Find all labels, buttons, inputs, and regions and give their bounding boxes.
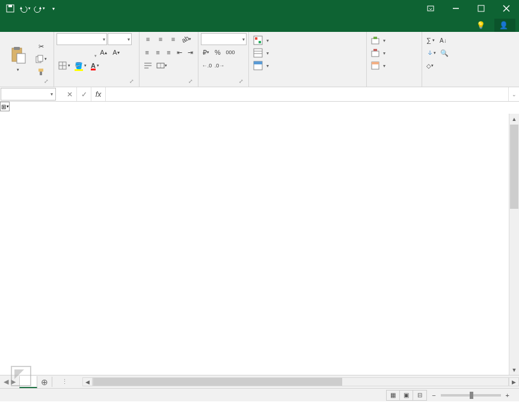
increase-indent-button[interactable]: ⇥: [185, 46, 195, 58]
status-bar: ▦ ▣ ⊟ − +: [0, 388, 519, 401]
bulb-icon: 💡: [476, 21, 485, 29]
format-as-table-button[interactable]: ▾: [251, 47, 364, 59]
formula-input[interactable]: [106, 87, 508, 101]
scroll-up-button[interactable]: ▲: [509, 114, 519, 124]
scrollbar-thumb[interactable]: [93, 378, 342, 386]
fill-button[interactable]: ▾: [425, 47, 438, 59]
wrap-text-button[interactable]: [142, 60, 154, 72]
insert-function-button[interactable]: fx: [91, 87, 106, 101]
insert-icon: [371, 36, 379, 45]
zoom-out-button[interactable]: −: [432, 392, 435, 399]
view-buttons: ▦ ▣ ⊟: [386, 390, 427, 401]
cut-button[interactable]: ✂: [35, 40, 47, 52]
italic-button[interactable]: [69, 46, 81, 58]
sheet-nav-prev-button[interactable]: ◀: [4, 378, 8, 386]
borders-icon: [58, 61, 67, 70]
copy-button[interactable]: ▾: [35, 53, 47, 65]
conditional-formatting-button[interactable]: ▾: [251, 34, 364, 46]
name-box[interactable]: ▾: [1, 88, 56, 100]
orientation-button[interactable]: ab▾: [180, 33, 193, 45]
bold-button[interactable]: [57, 46, 69, 58]
insert-cells-button[interactable]: ▾: [369, 34, 419, 46]
svg-rect-11: [38, 55, 43, 61]
scrollbar-thumb[interactable]: [510, 125, 518, 209]
autofill-options-button[interactable]: ⊞▾: [0, 102, 10, 111]
page-break-view-button[interactable]: ⊟: [413, 391, 426, 400]
scroll-down-button[interactable]: ▼: [509, 365, 519, 375]
format-painter-button[interactable]: [35, 66, 47, 78]
accounting-format-button[interactable]: ₽▾: [201, 46, 211, 58]
decrease-font-button[interactable]: A▾: [110, 46, 122, 58]
zoom-in-button[interactable]: +: [506, 392, 509, 399]
clear-button[interactable]: ◇▾: [425, 60, 435, 72]
undo-button[interactable]: ▾: [18, 2, 31, 15]
scroll-left-button[interactable]: ◀: [82, 377, 93, 386]
number-format-combo[interactable]: ▾: [201, 33, 247, 45]
new-sheet-button[interactable]: ⊕: [37, 375, 52, 388]
svg-rect-25: [254, 49, 262, 57]
decrease-indent-button[interactable]: ⇤: [174, 46, 185, 58]
sort-filter-button[interactable]: A↓: [437, 34, 449, 46]
increase-decimal-button[interactable]: ←.0: [201, 60, 213, 72]
delete-cells-button[interactable]: ▾: [369, 47, 419, 59]
vertical-scrollbar[interactable]: ▲ ▼: [509, 114, 519, 375]
font-color-button[interactable]: A▾: [89, 60, 101, 72]
decrease-decimal-button[interactable]: .0→: [213, 60, 226, 72]
font-name-combo[interactable]: ▾: [57, 33, 107, 45]
zoom-slider[interactable]: [441, 394, 501, 397]
redo-button[interactable]: ▾: [32, 2, 46, 15]
scroll-right-button[interactable]: ▶: [509, 377, 519, 386]
eraser-icon: ◇: [426, 63, 431, 69]
normal-view-button[interactable]: ▦: [387, 391, 400, 400]
svg-rect-8: [14, 47, 20, 50]
quick-access-toolbar: ▾ ▾ ▾: [0, 2, 60, 15]
align-center-button[interactable]: ≡: [153, 46, 163, 58]
sheet-tab[interactable]: [19, 376, 37, 388]
ribbon-group-font: ▾ ▾ ▾ A▴ A▾ ▾ 🪣▾ A▾ ⤢: [54, 32, 140, 87]
sheet-tab-bar: ◀ ▶ ⊕ ⋮ ◀ ▶: [0, 375, 519, 388]
dialog-launcher-icon[interactable]: ⤢: [128, 78, 135, 85]
svg-rect-31: [373, 37, 377, 39]
page-layout-view-button[interactable]: ▣: [400, 391, 413, 400]
underline-button[interactable]: [82, 46, 94, 58]
increase-font-button[interactable]: A▴: [97, 46, 109, 58]
ribbon: ▾ ✂ ▾ ⤢ ▾ ▾ ▾ A▴ A▾ ▾: [0, 32, 519, 87]
ribbon-options-button[interactable]: [418, 0, 443, 17]
cancel-formula-button[interactable]: ✕: [63, 87, 77, 101]
svg-rect-29: [254, 61, 262, 64]
font-size-combo[interactable]: ▾: [108, 33, 132, 45]
merge-button[interactable]: ▾: [155, 60, 169, 72]
dialog-launcher-icon[interactable]: ⤢: [43, 78, 50, 85]
paste-button[interactable]: ▾: [2, 33, 34, 85]
dialog-launcher-icon[interactable]: ⤢: [238, 78, 245, 85]
find-button[interactable]: 🔍: [438, 47, 450, 59]
dialog-launcher-icon[interactable]: ⤢: [187, 78, 194, 85]
save-button[interactable]: [4, 2, 17, 15]
maximize-button[interactable]: [468, 0, 494, 17]
qat-customize-button[interactable]: ▾: [47, 2, 60, 15]
svg-rect-24: [259, 41, 261, 43]
minimize-button[interactable]: [443, 0, 468, 17]
cell-styles-button[interactable]: ▾: [251, 60, 364, 72]
tell-me-button[interactable]: 💡: [476, 21, 487, 29]
borders-button[interactable]: ▾: [57, 60, 72, 72]
share-button[interactable]: 👤: [494, 19, 515, 32]
autosum-button[interactable]: ∑▾: [425, 34, 437, 46]
svg-rect-35: [372, 62, 379, 64]
align-top-button[interactable]: ≡: [142, 33, 154, 45]
align-right-button[interactable]: ≡: [164, 46, 174, 58]
horizontal-scrollbar[interactable]: ◀ ▶: [82, 375, 519, 388]
table-icon: [253, 48, 263, 58]
align-bottom-button[interactable]: ≡: [167, 33, 179, 45]
enter-formula-button[interactable]: ✓: [77, 87, 91, 101]
percent-button[interactable]: %: [212, 46, 224, 58]
align-left-button[interactable]: ≡: [142, 46, 152, 58]
close-button[interactable]: [494, 0, 519, 17]
align-middle-button[interactable]: ≡: [155, 33, 167, 45]
expand-formula-bar-button[interactable]: ⌄: [508, 87, 519, 101]
format-cells-button[interactable]: ▾: [369, 60, 419, 72]
fill-color-button[interactable]: 🪣▾: [73, 60, 88, 72]
comma-button[interactable]: 000: [224, 46, 236, 58]
sheet-nav-next-button[interactable]: ▶: [11, 378, 16, 386]
ribbon-group-number: ▾ ₽▾ % 000 ←.0 .0→ ⤢: [198, 32, 249, 87]
